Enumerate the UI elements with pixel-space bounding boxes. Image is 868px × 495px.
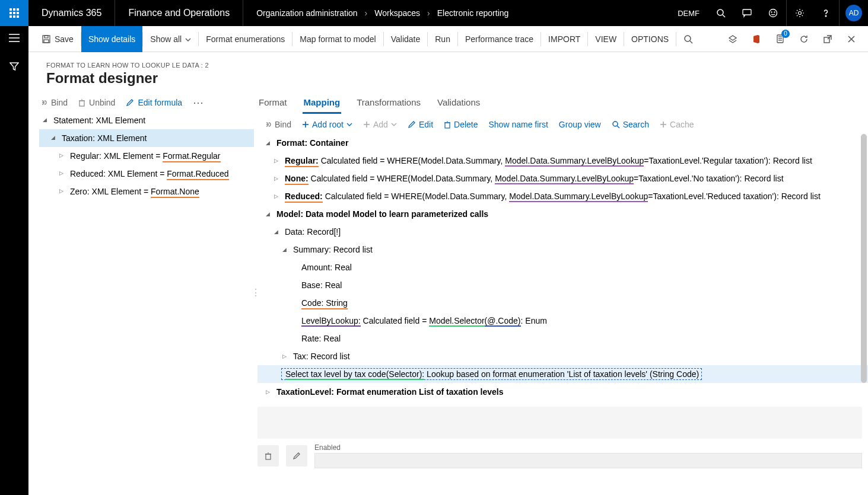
options-button[interactable]: OPTIONS [624,26,676,52]
expand-icon[interactable]: ▷ [56,188,66,194]
chat-icon[interactable] [734,0,760,26]
unbind-button[interactable]: Unbind [78,98,115,107]
collapse-icon[interactable]: ◢ [271,229,281,235]
map-format-button[interactable]: Map format to model [292,26,383,52]
enabled-field[interactable] [314,453,862,468]
mapping-row[interactable]: ▷Tax: Record list [257,347,868,365]
expand-icon[interactable]: ▷ [56,152,66,158]
tab-transformations[interactable]: Transformations [355,92,422,114]
validate-button[interactable]: Validate [384,26,428,52]
enabled-label: Enabled [314,443,862,453]
view-button[interactable]: VIEW [588,26,624,52]
search-button[interactable] [676,26,700,52]
performance-trace-button[interactable]: Performance trace [458,26,540,52]
add-button[interactable]: Add [363,120,397,129]
search-icon[interactable] [708,0,734,26]
tree-row[interactable]: ▷Zero: XML Element = Format.None [39,183,254,200]
save-button[interactable]: Save [34,26,81,52]
company-code[interactable]: DEMF [669,9,708,18]
mapping-row[interactable]: Rate: Real [257,330,868,347]
cache-button[interactable]: Cache [660,120,694,129]
show-name-first-button[interactable]: Show name first [488,120,548,129]
close-icon[interactable] [841,28,862,50]
hamburger-icon[interactable] [8,32,20,44]
avatar[interactable]: AD [845,5,862,21]
show-details-button[interactable]: Show details [81,26,142,52]
expand-icon[interactable]: ▷ [271,193,281,199]
mapping-label: Select tax level by tax code(Selector): … [281,368,702,380]
crumb-item[interactable]: Organization administration [256,8,357,18]
collapse-icon[interactable]: ◢ [262,140,273,146]
mapping-row[interactable]: ▷None: Calculated field = WHERE(Model.Da… [257,170,868,187]
filter-icon[interactable] [8,60,20,72]
svg-rect-33 [266,454,271,459]
crumb-item[interactable]: Workspaces [374,8,420,18]
refresh-icon[interactable] [793,28,815,50]
tree-label: Statement: XML Element [50,116,145,125]
mapping-row[interactable]: ▷Regular: Calculated field = WHERE(Model… [257,152,868,170]
expand-icon[interactable]: ▷ [262,389,273,395]
tree-row[interactable]: ◢Statement: XML Element [39,111,254,129]
attach-icon[interactable] [722,28,743,50]
scrollbar[interactable] [861,134,867,495]
tree-row[interactable]: ▷Reduced: XML Element = Format.Reduced [39,165,254,183]
notifications-icon[interactable]: 0 [770,28,791,50]
help-icon[interactable] [813,0,839,26]
mapping-label: Tax: Record list [290,352,350,361]
add-root-button[interactable]: Add root [302,120,352,129]
tab-mapping[interactable]: Mapping [303,92,342,114]
app-launcher[interactable] [0,0,28,26]
mapping-row[interactable]: LevelByLookup: Calculated field = Model.… [257,312,868,330]
mapping-row[interactable]: ◢Model: Data model Model to learn parame… [257,205,868,223]
delete-button[interactable]: Delete [444,120,478,129]
mapping-row[interactable]: ▷Reduced: Calculated field = WHERE(Model… [257,187,868,205]
module-name: Finance and Operations [115,0,243,26]
mapping-row[interactable]: Select tax level by tax code(Selector): … [257,365,868,383]
edit-formula-button[interactable]: Edit formula [126,98,182,107]
edit-button[interactable]: Edit [408,120,433,129]
expand-icon[interactable]: ▷ [279,353,290,359]
expand-icon[interactable]: ▷ [56,170,66,176]
bind-button[interactable]: Bind [39,98,68,107]
delete-param-button[interactable] [257,445,279,467]
smiley-icon[interactable] [760,0,786,26]
svg-point-0 [717,9,723,15]
show-all-button[interactable]: Show all [143,26,198,52]
collapse-icon[interactable]: ◢ [47,135,58,140]
tree-row[interactable]: ◢Taxation: XML Element [39,129,254,147]
popout-icon[interactable] [817,28,838,50]
group-view-button[interactable]: Group view [559,120,601,129]
search-button[interactable]: Search [612,120,649,129]
crumb-item[interactable]: Electronic reporting [437,8,509,18]
more-icon[interactable]: ⋯ [193,97,204,108]
tab-format[interactable]: Format [257,92,288,114]
command-bar: Save Show details Show all Format enumer… [28,26,868,52]
add-root-label: Add root [312,120,344,129]
scroll-thumb[interactable] [861,134,867,383]
mapping-row[interactable]: ◢Format: Container [257,134,868,152]
page-header: FORMAT TO LEARN HOW TO LOOKUP LE DATA : … [28,52,868,90]
mapping-row[interactable]: Base: Real [257,276,868,294]
mapping-row[interactable]: ▷TaxationLevel: Format enumeration List … [257,383,868,401]
tabs: Format Mapping Transformations Validatio… [257,90,868,114]
expand-icon[interactable]: ▷ [271,175,281,181]
show-all-label: Show all [150,34,182,44]
tab-validations[interactable]: Validations [436,92,481,114]
format-enumerations-button[interactable]: Format enumerations [199,26,292,52]
collapse-icon[interactable]: ◢ [262,211,273,217]
mapping-row[interactable]: Amount: Real [257,258,868,276]
collapse-icon[interactable]: ◢ [279,247,290,253]
tree-row[interactable]: ▷Regular: XML Element = Format.Regular [39,147,254,165]
mapping-row[interactable]: ◢Summary: Record list [257,241,868,258]
gear-icon[interactable] [787,0,813,26]
mapping-toolbar: Bind Add root Add Edit [257,114,868,134]
expand-icon[interactable]: ▷ [271,158,281,164]
mapping-row[interactable]: Code: String [257,294,868,312]
bind-button[interactable]: Bind [263,120,291,129]
collapse-icon[interactable]: ◢ [39,117,50,123]
edit-param-button[interactable] [286,445,307,467]
run-button[interactable]: Run [428,26,457,52]
mapping-row[interactable]: ◢Data: Record[!] [257,223,868,241]
office-icon[interactable] [746,28,767,50]
import-button[interactable]: IMPORT [541,26,587,52]
